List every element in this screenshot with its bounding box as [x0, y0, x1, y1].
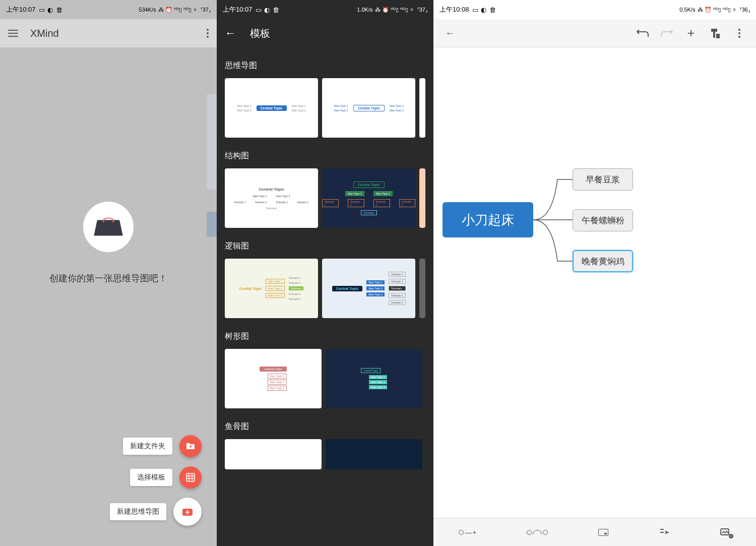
status-speed: 0.5K/s: [679, 7, 695, 13]
editor-screen: 上午10:08 ▭ ◐ 🗑 0.5K/s ⁂ ⏰ ᴴᴰ▯ ᴴᴰ▯ ᯤ ⸢36⸥ …: [433, 0, 756, 546]
back-icon[interactable]: ←: [440, 27, 460, 39]
status-battery: ⸢37⸥: [201, 7, 211, 13]
status-speed: 1.0K/s: [357, 7, 372, 13]
status-bar: 上午10:07 ▭ ◐ 🗑 534K/s ⁂ ⏰ ᴴᴰ▯ ᴴᴰ▯ ᯤ ⸢37⸥: [0, 0, 217, 19]
section-title: 逻辑图: [225, 241, 425, 252]
child-node-1[interactable]: 早餐豆浆: [573, 168, 633, 191]
templates-toolbar: ← 模板: [217, 19, 433, 47]
undo-icon[interactable]: [633, 30, 652, 37]
template-mindmap-3-peek[interactable]: [419, 78, 425, 138]
template-structure-2[interactable]: Central Topic Main Topic 1Main Topic 2 S…: [322, 168, 415, 228]
more-icon[interactable]: [207, 29, 209, 38]
central-topic-node[interactable]: 小刀起床: [443, 202, 533, 237]
bg-peek-card: [207, 94, 217, 190]
template-structure-1[interactable]: Central Topic Main Topic 1Main Topic 2 S…: [225, 168, 318, 228]
template-list[interactable]: 思维导图 Main Topic 1Main Topic 2 Central To…: [217, 47, 433, 546]
svg-rect-2: [716, 34, 720, 38]
status-notif-icons: ▭ ◐ 🗑: [256, 6, 280, 14]
fab-new-folder-label: 新建文件夹: [123, 438, 172, 455]
fab-new-mindmap-label: 新建思维导图: [110, 503, 166, 520]
boundary-icon[interactable]: [598, 529, 608, 536]
template-fishbone-1[interactable]: [225, 439, 322, 469]
fab-menu: 新建文件夹 选择模板 新建思维导图: [110, 435, 202, 526]
status-notif-icons: ▭ ◐ 🗑: [39, 6, 63, 14]
folder-plus-icon: [185, 442, 196, 450]
template-tree-2[interactable]: Central Topic Main Topic 1 Main Topic 2 …: [326, 349, 422, 408]
status-notif-icons: ▭ ◐ 🗑: [472, 6, 496, 14]
status-bar: 上午10:07 ▭ ◐ 🗑 1.0K/s ⁂ ⏰ ᴴᴰ▯ ᴴᴰ▯ ᯤ ⸢37⸥: [217, 0, 433, 19]
template-logic-2[interactable]: Central Topic Main Topic 1 Main Topic 2 …: [322, 259, 415, 318]
indent-icon[interactable]: [659, 528, 669, 537]
editor-bottom-bar: —+ +: [433, 518, 756, 546]
empty-state: 创建你的第一张思维导图吧！: [0, 202, 217, 284]
fab-template-label: 选择模板: [130, 469, 172, 486]
template-tree-1[interactable]: Central Topic Main Topic 1 Main Topic 2 …: [225, 349, 322, 408]
empty-state-icon: [83, 202, 134, 252]
more-icon[interactable]: [730, 29, 749, 38]
status-battery: ⸢37⸥: [417, 7, 427, 13]
fab-new-folder-button[interactable]: [179, 435, 202, 457]
fab-new-mindmap-button[interactable]: [173, 498, 202, 526]
template-fishbone-2[interactable]: [326, 439, 422, 469]
child-node-2[interactable]: 午餐螺蛳粉: [573, 209, 633, 231]
status-time: 上午10:07: [6, 5, 36, 14]
section-title: 树形图: [225, 331, 425, 342]
status-time: 上午10:08: [439, 5, 469, 14]
fab-template-button[interactable]: [179, 466, 202, 489]
empty-state-text: 创建你的第一张思维导图吧！: [49, 272, 167, 284]
status-system-icons: ⁂ ⏰ ᴴᴰ▯ ᴴᴰ▯ ᯤ: [158, 7, 199, 13]
add-icon[interactable]: +: [681, 25, 701, 41]
section-tree: 树形图 Central Topic Main Topic 1 Main Topi…: [225, 331, 425, 408]
svg-rect-0: [186, 473, 195, 481]
home-screen: 上午10:07 ▭ ◐ 🗑 534K/s ⁂ ⏰ ᴴᴰ▯ ᴴᴰ▯ ᯤ ⸢37⸥ …: [0, 0, 217, 546]
status-speed: 534K/s: [139, 7, 156, 13]
editor-toolbar: ← +: [433, 19, 756, 47]
back-icon[interactable]: ←: [225, 27, 236, 40]
redo-icon[interactable]: [657, 30, 676, 37]
mindmap-canvas[interactable]: 小刀起床 早餐豆浆 午餐螺蛳粉 晚餐黄焖鸡: [433, 47, 756, 518]
attach-icon[interactable]: +: [720, 528, 731, 537]
status-system-icons: ⁂ ⏰ ᴴᴰ▯ ᴴᴰ▯ ᯤ: [375, 7, 415, 13]
child-node-3-selected[interactable]: 晚餐黄焖鸡: [573, 250, 633, 272]
template-logic-3-peek[interactable]: [419, 259, 425, 318]
menu-icon[interactable]: [8, 30, 18, 37]
section-title: 思维导图: [225, 60, 425, 71]
section-logic: 逻辑图 Central Topic Main Topic 1 Main Topi…: [225, 241, 425, 318]
template-mindmap-2[interactable]: Main Topic 1Main Topic 2 Central Topic M…: [322, 78, 415, 138]
section-structure: 结构图 Central Topic Main Topic 1Main Topic…: [225, 151, 425, 228]
app-toolbar: XMind: [0, 19, 217, 47]
grid-icon: [186, 473, 195, 482]
section-title: 结构图: [225, 151, 425, 161]
templates-title: 模板: [250, 27, 270, 40]
section-title: 鱼骨图: [225, 421, 425, 432]
template-central-label: Central Topic: [257, 105, 287, 111]
status-system-icons: ⁂ ⏰ ᴴᴰ▯ ᴴᴰ▯ ᯤ: [698, 7, 738, 13]
add-subtopic-icon[interactable]: —+: [459, 528, 476, 536]
relationship-icon[interactable]: [527, 530, 548, 535]
template-mindmap-1[interactable]: Main Topic 1Main Topic 2 Central Topic M…: [225, 78, 318, 138]
status-battery: ⸢36⸥: [740, 7, 750, 13]
plus-box-icon: [182, 507, 193, 516]
template-logic-1[interactable]: Central Topic Main Topic 1 Main Topic 2 …: [225, 259, 318, 318]
status-time: 上午10:07: [223, 5, 253, 14]
section-fishbone: 鱼骨图: [225, 421, 425, 469]
status-bar: 上午10:08 ▭ ◐ 🗑 0.5K/s ⁂ ⏰ ᴴᴰ▯ ᴴᴰ▯ ᯤ ⸢36⸥: [433, 0, 756, 19]
section-mindmap: 思维导图 Main Topic 1Main Topic 2 Central To…: [225, 60, 425, 138]
app-title: XMind: [30, 28, 195, 39]
templates-screen: 上午10:07 ▭ ◐ 🗑 1.0K/s ⁂ ⏰ ᴴᴰ▯ ᴴᴰ▯ ᯤ ⸢37⸥ …: [217, 0, 433, 546]
template-structure-3-peek[interactable]: [419, 168, 425, 228]
format-icon[interactable]: [706, 28, 725, 39]
